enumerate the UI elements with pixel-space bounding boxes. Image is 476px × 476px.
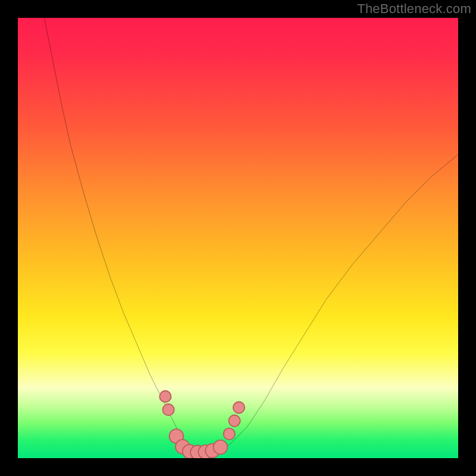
chart-frame: TheBottleneck.com (0, 0, 476, 476)
bottleneck-curve (44, 18, 458, 452)
data-marker (228, 415, 240, 426)
data-marker (224, 428, 235, 440)
data-marker (162, 404, 174, 415)
watermark-text: TheBottleneck.com (357, 1, 471, 17)
data-marker (233, 402, 245, 413)
data-marker (214, 440, 228, 455)
marker-group (159, 391, 245, 458)
data-marker (159, 391, 171, 402)
plot-area (18, 18, 458, 458)
curve-layer (18, 18, 458, 458)
